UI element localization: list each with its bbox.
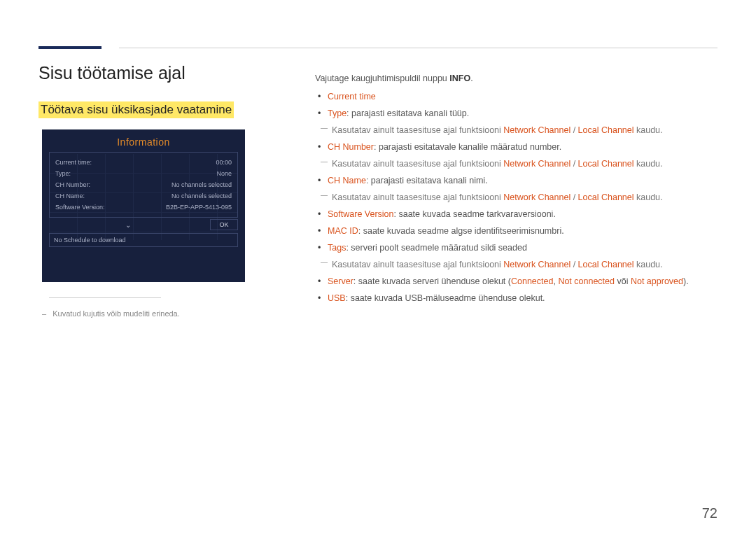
info-value: None	[216, 170, 232, 177]
intro-post: .	[470, 73, 472, 83]
information-panel-body: Current time: 00:00 Type: None CH Number…	[49, 152, 238, 218]
server-status-connected: Connected	[511, 276, 553, 286]
intro-line: Vajutage kaugjuhtimispuldil nuppu INFO.	[315, 71, 718, 85]
item-server: Server: saate kuvada serveri ühenduse ol…	[325, 274, 718, 288]
feature-list: Software Version: saate kuvada seadme ta…	[315, 207, 718, 255]
desc-usb: : saate kuvada USB-mäluseadme ühenduse o…	[346, 293, 545, 303]
schedule-status: No Schedule to download	[49, 233, 238, 247]
label-ch-name: CH Name	[328, 176, 366, 185]
subnote-tags: Kasutatav ainult taasesituse ajal funkts…	[315, 258, 718, 272]
info-label: Type:	[55, 170, 71, 177]
info-row-type: Type: None	[55, 168, 232, 179]
subnote-dash-icon	[321, 128, 328, 129]
chevron-down-icon: ⌄	[49, 221, 207, 229]
feature-list: Current time Type: parajasti esitatava k…	[315, 90, 718, 120]
intro-pre: Vajutage kaugjuhtimispuldil nuppu	[315, 73, 449, 83]
info-row-ch-number: CH Number: No channels selected	[55, 179, 232, 190]
label-server: Server	[328, 276, 354, 286]
page-title: Sisu töötamise ajal	[38, 63, 186, 83]
label-software-version: Software Version	[328, 209, 394, 219]
information-panel: Information Current time: 00:00 Type: No…	[42, 129, 245, 282]
subnote-slash: /	[570, 192, 578, 202]
label-current-time: Current time	[328, 92, 376, 101]
subnote-post: kaudu.	[634, 159, 663, 169]
subnote-local-channel: Local Channel	[578, 192, 634, 202]
info-row-ch-name: CH Name: No channels selected	[55, 190, 232, 202]
info-value: B2B-EP-APP-5413-095	[166, 204, 232, 211]
subnote-pre: Kasutatav ainult taasesituse ajal funkts…	[332, 125, 503, 135]
footnote-dash: –	[42, 309, 46, 318]
subnote-type: Kasutatav ainult taasesituse ajal funkts…	[315, 123, 718, 137]
info-label: Current time:	[55, 159, 92, 166]
item-usb: USB: saate kuvada USB-mäluseadme ühendus…	[325, 291, 718, 305]
intro-info-keyword: INFO	[449, 73, 470, 83]
subsection-title: Töötava sisu üksikasjade vaatamine	[38, 101, 234, 118]
server-status-not-connected: Not connected	[558, 276, 615, 286]
desc-ch-name: : parajasti esitatava kanali nimi.	[366, 176, 488, 185]
footnote: – Kuvatud kujutis võib mudeliti erineda.	[42, 309, 180, 318]
info-row-current-time: Current time: 00:00	[55, 157, 232, 168]
desc-server-pre: : saate kuvada serveri ühenduse olekut (	[354, 276, 511, 286]
subnote-local-channel: Local Channel	[578, 159, 634, 169]
feature-list: CH Number: parajasti esitatavale kanalil…	[315, 140, 718, 154]
item-current-time: Current time	[325, 90, 718, 104]
server-sep: või	[615, 276, 631, 286]
footnote-text: Kuvatud kujutis võib mudeliti erineda.	[52, 309, 180, 318]
item-tags: Tags: serveri poolt seadmele määratud si…	[325, 241, 718, 255]
info-label: CH Number:	[55, 181, 90, 188]
info-value: No channels selected	[172, 192, 232, 199]
page-number: 72	[702, 505, 718, 521]
desc-mac-id: : saate kuvada seadme algse identifitsee…	[358, 226, 564, 236]
subnote-slash: /	[570, 159, 578, 169]
header-accent-bar	[38, 46, 102, 49]
label-type: Type	[328, 108, 346, 118]
subnote-dash-icon	[321, 262, 328, 263]
subnote-post: kaudu.	[634, 125, 663, 135]
info-panel-actions: ⌄ OK	[49, 219, 238, 230]
subnote-pre: Kasutatav ainult taasesituse ajal funkts…	[332, 159, 503, 169]
item-software-version: Software Version: saate kuvada seadme ta…	[325, 207, 718, 221]
info-label: Software Version:	[55, 204, 105, 211]
header-rule	[119, 48, 718, 48]
feature-list: CH Name: parajasti esitatava kanali nimi…	[315, 174, 718, 188]
server-status-not-approved: Not approved	[631, 276, 683, 286]
information-panel-title: Information	[42, 129, 245, 152]
item-ch-number: CH Number: parajasti esitatavale kanalil…	[325, 140, 718, 154]
label-tags: Tags	[328, 243, 346, 253]
subnote-network-channel: Network Channel	[503, 159, 570, 169]
subnote-post: kaudu.	[634, 192, 663, 202]
item-mac-id: MAC ID: saate kuvada seadme algse identi…	[325, 224, 718, 238]
desc-server-post: ).	[683, 276, 689, 286]
desc-type: : parajasti esitatava kanali tüüp.	[346, 108, 469, 118]
subnote-pre: Kasutatav ainult taasesituse ajal funkts…	[332, 192, 503, 202]
info-label: CH Name:	[55, 192, 85, 199]
ok-button[interactable]: OK	[210, 219, 238, 230]
subnote-dash-icon	[321, 195, 328, 196]
subnote-network-channel: Network Channel	[503, 192, 570, 202]
label-usb: USB	[328, 293, 346, 303]
subnote-ch-name: Kasutatav ainult taasesituse ajal funkts…	[315, 190, 718, 204]
desc-software-version: : saate kuvada seadme tarkvaraversiooni.	[394, 209, 556, 219]
info-value: 00:00	[216, 159, 232, 166]
subnote-pre: Kasutatav ainult taasesituse ajal funkts…	[332, 260, 503, 269]
subnote-dash-icon	[321, 162, 328, 162]
desc-tags: : serveri poolt seadmele määratud sildi …	[346, 243, 526, 253]
subnote-post: kaudu.	[634, 260, 663, 269]
label-mac-id: MAC ID	[328, 226, 358, 236]
label-ch-number: CH Number	[328, 142, 374, 152]
info-row-software-version: Software Version: B2B-EP-APP-5413-095	[55, 202, 232, 213]
footnote-rule	[49, 297, 161, 298]
item-ch-name: CH Name: parajasti esitatava kanali nimi…	[325, 174, 718, 188]
subnote-local-channel: Local Channel	[578, 260, 634, 269]
feature-list: Server: saate kuvada serveri ühenduse ol…	[315, 274, 718, 305]
subnote-network-channel: Network Channel	[503, 125, 570, 135]
subnote-network-channel: Network Channel	[503, 260, 570, 269]
subnote-local-channel: Local Channel	[578, 125, 634, 135]
item-type: Type: parajasti esitatava kanali tüüp.	[325, 106, 718, 120]
subnote-slash: /	[570, 125, 578, 135]
info-value: No channels selected	[172, 181, 232, 188]
subnote-ch-number: Kasutatav ainult taasesituse ajal funkts…	[315, 157, 718, 171]
subnote-slash: /	[570, 260, 578, 269]
content-column: Vajutage kaugjuhtimispuldil nuppu INFO. …	[315, 71, 718, 308]
desc-ch-number: : parajasti esitatavale kanalile määratu…	[374, 142, 561, 152]
